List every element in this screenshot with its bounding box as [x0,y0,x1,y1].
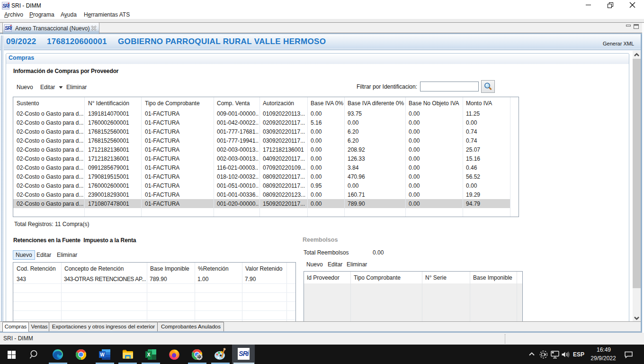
svg-text:X: X [147,352,151,357]
svg-text:W: W [100,352,105,357]
